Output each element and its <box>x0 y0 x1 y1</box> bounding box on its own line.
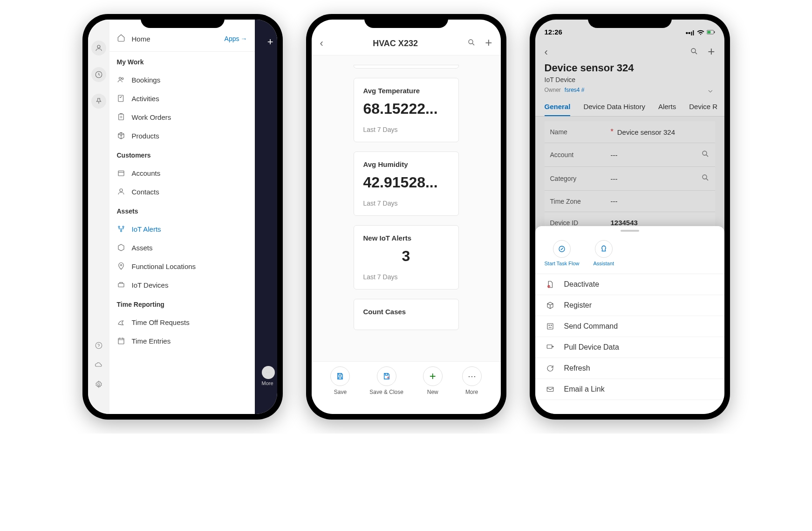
svg-rect-25 <box>547 324 553 329</box>
phone-device: 12:26 ••ıl ‹ + Device sensor 324 IoT Dev… <box>530 14 730 420</box>
nav-timeentries[interactable]: Time Entries <box>109 331 255 350</box>
phone-nav: Home Apps → My Work Bookings Activities … <box>82 14 283 420</box>
svg-point-2 <box>96 342 102 349</box>
nav-home[interactable]: Home Apps → <box>109 20 255 52</box>
action-deactivate[interactable]: Deactivate <box>535 274 724 295</box>
nav-iotdevices[interactable]: IoT Devices <box>109 276 255 294</box>
nav-bookings[interactable]: Bookings <box>109 70 255 89</box>
activities-icon <box>117 94 125 103</box>
pulldata-icon <box>546 343 555 352</box>
nav-functional[interactable]: Functional Locations <box>109 257 255 276</box>
svg-point-26 <box>549 325 550 326</box>
svg-point-0 <box>97 45 100 48</box>
sheet-handle[interactable] <box>621 230 639 232</box>
bookings-icon <box>117 76 125 84</box>
more-icon: ⋯ <box>462 366 482 386</box>
timeoff-icon <box>117 318 125 326</box>
home-label: Home <box>132 35 225 43</box>
refresh-icon <box>546 364 555 372</box>
apps-link[interactable]: Apps → <box>225 35 247 42</box>
products-icon <box>117 131 125 140</box>
save-button[interactable]: Save <box>330 366 350 395</box>
nav-accounts[interactable]: Accounts <box>109 164 255 182</box>
nav-products[interactable]: Products <box>109 126 255 145</box>
nav-menu: Home Apps → My Work Bookings Activities … <box>109 20 255 414</box>
svg-point-27 <box>551 325 552 326</box>
svg-point-11 <box>123 226 124 228</box>
svg-point-16 <box>469 40 473 44</box>
home-icon <box>117 34 125 44</box>
sheet-taskflow[interactable]: Start Task Flow <box>545 240 580 266</box>
left-rail <box>88 20 109 414</box>
nav-assets[interactable]: Assets <box>109 238 255 257</box>
location-icon <box>117 262 125 270</box>
action-refresh[interactable]: Refresh <box>535 358 724 379</box>
card-list[interactable]: Avg Temperature 68.15222... Last 7 Days … <box>312 55 501 380</box>
svg-point-5 <box>122 78 123 80</box>
overlay-plus-icon[interactable]: + <box>267 36 273 48</box>
cloud-icon[interactable] <box>95 361 103 371</box>
action-pulldata[interactable]: Pull Device Data <box>535 337 724 358</box>
recent-icon[interactable] <box>91 67 106 82</box>
iotdevices-icon <box>117 281 125 289</box>
overlay-more[interactable]: ⋯ More <box>262 366 275 386</box>
deactivate-icon <box>546 280 555 289</box>
saveclose-icon <box>377 366 396 386</box>
search-icon[interactable] <box>467 38 476 49</box>
section-mywork: My Work <box>109 52 255 70</box>
svg-point-12 <box>120 230 122 232</box>
phone-hvac: ‹ HVAC X232 + Avg Temperature 68.15222..… <box>306 14 506 420</box>
add-icon[interactable]: + <box>485 38 492 49</box>
profile-icon[interactable] <box>91 41 106 55</box>
svg-point-10 <box>118 226 120 228</box>
action-emaillink[interactable]: Email a Link <box>535 379 724 400</box>
svg-point-9 <box>120 189 123 192</box>
action-sheet: Start Task Flow Assistant Deactivate Reg… <box>535 226 724 414</box>
sendcommand-icon <box>546 322 555 331</box>
svg-rect-14 <box>118 283 124 287</box>
nav-iotalerts[interactable]: IoT Alerts <box>109 220 255 238</box>
nav-workorders[interactable]: Work Orders <box>109 108 255 126</box>
pin-icon[interactable] <box>91 94 106 109</box>
svg-point-3 <box>97 384 100 386</box>
new-icon: + <box>423 366 443 386</box>
card-cases[interactable]: Count Cases <box>354 299 459 330</box>
background-overlay[interactable]: + ⋯ More <box>255 20 277 414</box>
nav-timeoff[interactable]: Time Off Requests <box>109 313 255 331</box>
card-alerts[interactable]: New IoT Alerts 3 Last 7 Days <box>354 225 459 290</box>
taskflow-icon <box>553 240 571 258</box>
accounts-icon <box>117 169 125 177</box>
contacts-icon <box>117 187 125 196</box>
svg-rect-6 <box>118 95 123 102</box>
section-customers: Customers <box>109 145 255 164</box>
action-register[interactable]: Register <box>535 295 724 316</box>
section-timereporting: Time Reporting <box>109 294 255 313</box>
nav-activities[interactable]: Activities <box>109 89 255 108</box>
new-button[interactable]: + New <box>423 366 443 395</box>
svg-point-4 <box>119 77 121 80</box>
page-title: HVAC X232 <box>323 39 467 48</box>
settings-icon[interactable] <box>95 380 103 391</box>
action-sendcommand[interactable]: Send Command <box>535 316 724 337</box>
svg-rect-29 <box>547 387 553 392</box>
back-icon[interactable]: ‹ <box>320 37 323 49</box>
sheet-assistant[interactable]: Assistant <box>594 240 614 266</box>
timeentries-icon <box>117 337 125 345</box>
assets-icon <box>117 243 125 252</box>
help-icon[interactable] <box>95 341 103 352</box>
register-icon <box>546 301 555 310</box>
assistant-icon <box>595 240 613 258</box>
card-humidity[interactable]: Avg Humidity 42.91528... Last 7 Days <box>354 152 459 216</box>
card-temperature[interactable]: Avg Temperature 68.15222... Last 7 Days <box>354 78 459 142</box>
more-button[interactable]: ⋯ More <box>462 366 482 395</box>
workorders-icon <box>117 113 125 121</box>
section-assets: Assets <box>109 201 255 220</box>
iotalerts-icon <box>117 225 125 233</box>
header: ‹ HVAC X232 + <box>312 20 501 55</box>
save-icon <box>330 366 350 386</box>
saveclose-button[interactable]: Save & Close <box>369 366 403 395</box>
bottom-bar: Save Save & Close + New ⋯ More <box>312 361 501 400</box>
svg-rect-7 <box>118 114 123 120</box>
emaillink-icon <box>546 385 555 393</box>
nav-contacts[interactable]: Contacts <box>109 182 255 201</box>
